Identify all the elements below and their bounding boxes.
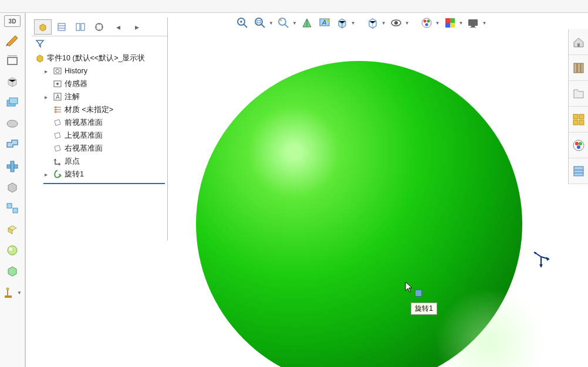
svg-point-23 — [7, 120, 18, 127]
exploded-view-icon[interactable] — [2, 199, 22, 217]
dropdown-icon[interactable]: ▼ — [405, 21, 410, 26]
svg-point-29 — [9, 247, 12, 251]
zoom-window-icon[interactable] — [252, 15, 268, 30]
svg-text:A: A — [56, 94, 60, 100]
dropdown-icon[interactable]: ▼ — [269, 21, 273, 26]
instant-3d-icon[interactable] — [2, 220, 22, 238]
view-palette-tab[interactable] — [569, 107, 588, 132]
sheet-metal-icon[interactable] — [2, 136, 22, 154]
tree-item-label: 前视基准面 — [65, 118, 103, 128]
svg-rect-59 — [574, 166, 583, 176]
apply-scene-icon[interactable] — [442, 15, 458, 30]
svg-rect-50 — [581, 63, 583, 73]
previous-view-icon[interactable] — [276, 15, 291, 30]
feature-manager-tab[interactable] — [34, 19, 52, 35]
svg-rect-54 — [579, 120, 584, 125]
appearances-tab[interactable] — [569, 132, 588, 158]
tree-item-history[interactable]: ▸ History — [32, 64, 167, 77]
mold-tools-icon[interactable] — [2, 178, 22, 196]
svg-rect-15 — [445, 23, 450, 28]
svg-rect-13 — [445, 18, 450, 23]
display-style-icon[interactable] — [365, 15, 380, 30]
svg-point-11 — [425, 23, 428, 26]
dynamic-annotation-icon[interactable]: A — [317, 15, 332, 30]
svg-point-10 — [427, 20, 430, 23]
svg-rect-48 — [574, 63, 577, 73]
view-orientation-icon[interactable] — [334, 15, 350, 30]
hide-show-icon[interactable] — [388, 15, 404, 30]
tree-item-origin[interactable]: 原点 — [32, 155, 167, 168]
design-library-tab[interactable] — [569, 55, 588, 81]
dropdown-icon[interactable]: ▼ — [292, 21, 297, 26]
tree-item-label: 旋转1 — [65, 169, 84, 179]
tree-item-sensors[interactable]: 传感器 — [32, 77, 167, 90]
cursor-icon — [405, 281, 414, 293]
expand-icon[interactable]: ▸ — [45, 94, 50, 100]
tree-item-annotations[interactable]: ▸ A 注解 — [32, 90, 167, 103]
svg-point-7 — [394, 21, 398, 25]
tree-item-top-plane[interactable]: 上视基准面 — [32, 129, 167, 142]
sphere-model[interactable] — [196, 61, 522, 367]
svg-rect-18 — [471, 26, 475, 27]
dropdown-icon[interactable]: ▼ — [482, 21, 486, 26]
svg-point-56 — [575, 142, 579, 145]
expand-icon[interactable]: ▸ — [45, 68, 50, 74]
svg-point-57 — [579, 142, 582, 145]
3d-viewport[interactable] — [169, 33, 568, 367]
dropdown-icon[interactable]: ▼ — [381, 21, 386, 26]
reference-geometry-icon[interactable] — [2, 94, 22, 111]
display-manager-tab[interactable]: ◂ — [109, 19, 127, 35]
dropdown-icon[interactable]: ▼ — [459, 21, 464, 26]
edit-appearance-icon[interactable] — [419, 15, 434, 30]
weldments-icon[interactable] — [2, 157, 22, 175]
tree-root-item[interactable]: 零件10 (默认<<默认>_显示状 — [32, 52, 167, 64]
tree-item-right-plane[interactable]: 右视基准面 — [32, 142, 167, 155]
file-explorer-tab[interactable] — [569, 81, 588, 107]
hover-tooltip: 旋转1 — [411, 303, 437, 315]
tree-rollback-bar[interactable] — [43, 183, 165, 184]
svg-point-38 — [56, 69, 59, 73]
svg-rect-52 — [579, 114, 584, 119]
tree-item-label: 原点 — [65, 157, 80, 166]
features-icon[interactable] — [2, 73, 22, 90]
smart-dimension-icon[interactable] — [2, 52, 22, 69]
toolbox-icon[interactable]: ▼ — [2, 284, 22, 301]
zoom-to-fit-icon[interactable] — [235, 15, 250, 30]
svg-point-30 — [6, 288, 9, 290]
svg-rect-2 — [257, 21, 261, 23]
custom-properties-tab[interactable] — [569, 158, 588, 184]
svg-rect-22 — [9, 98, 18, 104]
tree-item-material[interactable]: 材质 <未指定> — [32, 103, 167, 116]
svg-rect-53 — [573, 120, 578, 125]
home-tab[interactable] — [569, 29, 588, 55]
dropdown-icon[interactable]: ▼ — [435, 21, 440, 26]
curves-icon[interactable] — [2, 115, 22, 132]
view-settings-icon[interactable] — [465, 15, 481, 30]
feature-tree-panel: ◂ ▸ 零件10 (默认<<默认>_显示状 ▸ History 传感器 ▸ A … — [32, 18, 168, 240]
svg-point-9 — [423, 20, 426, 23]
configuration-manager-tab[interactable] — [72, 19, 89, 35]
dimxpert-manager-tab[interactable] — [90, 19, 108, 35]
sketch-tool-icon[interactable] — [2, 30, 22, 48]
svg-rect-31 — [58, 23, 65, 30]
simulation-icon[interactable] — [2, 263, 22, 280]
origin-triad-icon — [529, 246, 553, 270]
filter-icon[interactable] — [35, 39, 45, 48]
tree-item-front-plane[interactable]: 前视基准面 — [32, 116, 167, 129]
render-tools-icon[interactable] — [2, 242, 22, 259]
property-manager-tab[interactable] — [53, 19, 70, 35]
tab-overflow-icon[interactable]: ▸ — [128, 19, 146, 35]
section-view-icon[interactable] — [299, 15, 315, 30]
expand-icon[interactable]: ▸ — [45, 171, 50, 178]
3d-views-button[interactable]: 3D — [4, 15, 21, 27]
tree-item-revolve[interactable]: ▸ 旋转1 — [32, 168, 167, 181]
svg-rect-19 — [470, 27, 476, 28]
svg-rect-14 — [450, 18, 455, 23]
svg-point-28 — [8, 246, 17, 255]
tree-item-label: 传感器 — [65, 79, 87, 89]
svg-point-8 — [422, 18, 431, 28]
dropdown-icon[interactable]: ▼ — [351, 21, 356, 26]
tree-item-label: History — [65, 67, 87, 75]
svg-rect-27 — [13, 208, 18, 213]
tree-item-label: 材质 <未指定> — [65, 105, 113, 115]
